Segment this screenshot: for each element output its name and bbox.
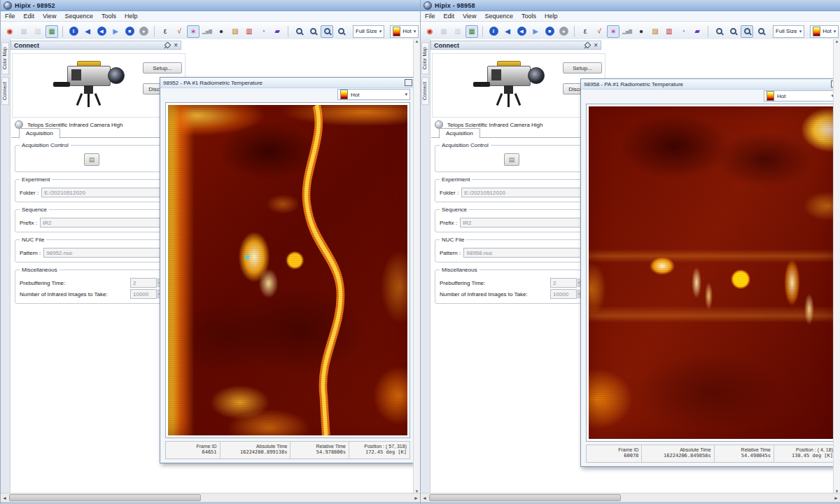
play-reverse-icon[interactable]: ◀ xyxy=(515,25,528,38)
menu-item-tools[interactable]: Tools xyxy=(522,13,536,20)
calibration-check-icon[interactable]: √ xyxy=(593,25,606,38)
menu-item-sequence[interactable]: Sequence xyxy=(64,13,93,20)
folder-field[interactable]: E:/20210512020 xyxy=(41,188,164,197)
prebuffering-time-field[interactable]: 2 xyxy=(130,278,157,288)
step-forward-icon[interactable]: ▶ xyxy=(529,25,542,38)
pin-icon[interactable] xyxy=(584,42,592,49)
side-tab-connect[interactable]: Connect xyxy=(1,77,9,105)
menu-item-edit[interactable]: Edit xyxy=(24,13,35,20)
pie-icon[interactable]: ◔ xyxy=(257,25,270,38)
zoom-fit-icon[interactable] xyxy=(321,25,333,38)
step-forward-icon[interactable]: ▶ xyxy=(109,25,122,38)
scroll-right-icon[interactable]: ► xyxy=(412,493,420,502)
stop-icon[interactable]: ■ xyxy=(543,25,556,38)
thermal-image[interactable] xyxy=(168,105,407,435)
scroll-right-icon[interactable]: ► xyxy=(832,493,840,502)
tab-acquisition[interactable]: Acquisition xyxy=(19,128,60,139)
pie-icon[interactable]: ◔ xyxy=(677,25,690,38)
zoom-in-icon[interactable] xyxy=(713,25,725,38)
zoom-out-icon[interactable] xyxy=(307,25,319,38)
prefix-field[interactable]: IR2 xyxy=(460,218,584,227)
horizontal-scrollbar[interactable]: ◄ ► xyxy=(421,493,840,502)
histogram-icon[interactable]: ▂▅▇ xyxy=(201,25,214,38)
viewer-titlebar[interactable]: 98952 - PA #1 Radiometric Temperature xyxy=(160,78,415,88)
zoom-fit-icon[interactable] xyxy=(741,25,753,38)
size-combo[interactable]: Full Size ▾ xyxy=(353,25,384,38)
prebuffering-time-field[interactable]: 2 xyxy=(550,278,577,288)
num-images-field[interactable]: 10000 xyxy=(550,289,577,299)
connect-panel-header[interactable]: Connect × xyxy=(10,41,181,50)
close-icon[interactable]: × xyxy=(174,42,178,49)
menu-item-view[interactable]: View xyxy=(463,13,476,20)
horizontal-scrollbar[interactable]: ◄ ► xyxy=(1,493,420,502)
viewer-titlebar[interactable]: 98958 - PA #1 Radiometric Temperature xyxy=(581,79,840,90)
acquisition-control-button[interactable]: ▤ xyxy=(504,153,519,166)
calibration-check-icon[interactable]: √ xyxy=(173,25,186,38)
colorbars-icon[interactable]: ▥ xyxy=(243,25,255,38)
menu-item-edit[interactable]: Edit xyxy=(444,13,455,20)
setup-button[interactable]: Setup... xyxy=(563,62,602,74)
menu-item-view[interactable]: View xyxy=(43,13,56,20)
setup-button[interactable]: Setup... xyxy=(143,62,182,74)
menu-item-sequence[interactable]: Sequence xyxy=(484,13,513,20)
side-tab-connect[interactable]: Connect xyxy=(421,77,429,105)
play-reverse-icon[interactable]: ◀ xyxy=(95,25,108,38)
scrollbar-thumb[interactable] xyxy=(429,494,621,501)
titlebar[interactable]: Hipix - 98958 xyxy=(421,0,840,11)
prefix-field[interactable]: IR2 xyxy=(40,218,164,227)
tab-acquisition[interactable]: Acquisition xyxy=(439,128,480,139)
vertical-scrollbar[interactable]: ▲ ▼ xyxy=(833,39,840,493)
power-icon[interactable]: ◉ xyxy=(424,25,436,38)
num-images-field[interactable]: 10000 xyxy=(130,289,157,299)
menu-item-help[interactable]: Help xyxy=(545,13,558,20)
emissivity-icon[interactable]: ε xyxy=(579,25,592,38)
scrollbar-thumb[interactable] xyxy=(9,494,201,501)
connect-panel-header[interactable]: Connect × xyxy=(430,41,601,50)
palette-combo[interactable]: Hot ▾ xyxy=(390,25,419,38)
close-icon[interactable]: × xyxy=(594,42,598,49)
step-back-icon[interactable]: ◀ xyxy=(501,25,514,38)
step-back-icon[interactable]: ◀ xyxy=(81,25,94,38)
radiometric-viewer-window[interactable]: 98958 - PA #1 Radiometric Temperature Ho… xyxy=(580,78,840,467)
zoom-1to1-icon[interactable] xyxy=(335,25,347,38)
side-tab-color-map[interactable]: Color Map xyxy=(1,42,9,74)
record-icon[interactable]: ● xyxy=(137,25,150,38)
scatter-plot-icon[interactable]: ∗ xyxy=(607,25,620,38)
zoom-out-icon[interactable] xyxy=(727,25,739,38)
palette-icon[interactable]: ▨ xyxy=(649,25,662,38)
colorbars-icon[interactable]: ▥ xyxy=(663,25,676,38)
scroll-up-icon[interactable]: ▲ xyxy=(835,39,839,43)
menu-item-file[interactable]: File xyxy=(5,13,15,20)
side-tab-color-map[interactable]: Color Map xyxy=(421,42,429,74)
restore-icon[interactable] xyxy=(405,79,412,86)
colormap-icon[interactable]: ▰ xyxy=(271,25,284,38)
sphere-3d-icon[interactable]: ● xyxy=(635,25,648,38)
pin-icon[interactable] xyxy=(164,42,172,49)
zoom-in-icon[interactable] xyxy=(293,25,305,38)
vertical-scrollbar[interactable]: ▲ ▼ xyxy=(413,39,420,493)
power-icon[interactable]: ◉ xyxy=(4,25,16,38)
palette-combo[interactable]: Hot ▾ xyxy=(810,25,839,38)
live-view-icon[interactable]: ▦ xyxy=(46,25,58,38)
viewer-palette-combo[interactable]: Hot ▾ xyxy=(764,90,836,102)
menu-item-help[interactable]: Help xyxy=(125,13,138,20)
sphere-3d-icon[interactable]: ● xyxy=(215,25,227,38)
pattern-field[interactable]: 98952.nuc xyxy=(43,248,164,258)
stop-icon[interactable]: ■ xyxy=(123,25,136,38)
titlebar[interactable]: Hipix - 98952 xyxy=(1,0,420,11)
emissivity-icon[interactable]: ε xyxy=(159,25,172,38)
size-combo[interactable]: Full Size ▾ xyxy=(773,25,804,38)
folder-field[interactable]: E:/20210512020 xyxy=(461,188,584,197)
pattern-field[interactable]: 98958.nuc xyxy=(463,248,584,258)
pause-icon[interactable]: ‖ xyxy=(67,25,80,38)
palette-icon[interactable]: ▨ xyxy=(229,25,241,38)
zoom-1to1-icon[interactable] xyxy=(755,25,767,38)
histogram-icon[interactable]: ▂▅▇ xyxy=(621,25,634,38)
menu-item-tools[interactable]: Tools xyxy=(102,13,116,20)
radiometric-viewer-window[interactable]: 98952 - PA #1 Radiometric Temperature Ho… xyxy=(160,77,416,463)
pause-icon[interactable]: ‖ xyxy=(487,25,500,38)
scroll-up-icon[interactable]: ▲ xyxy=(415,39,419,43)
scatter-plot-icon[interactable]: ∗ xyxy=(187,25,200,38)
scroll-left-icon[interactable]: ◄ xyxy=(421,493,428,502)
scroll-left-icon[interactable]: ◄ xyxy=(1,493,8,502)
